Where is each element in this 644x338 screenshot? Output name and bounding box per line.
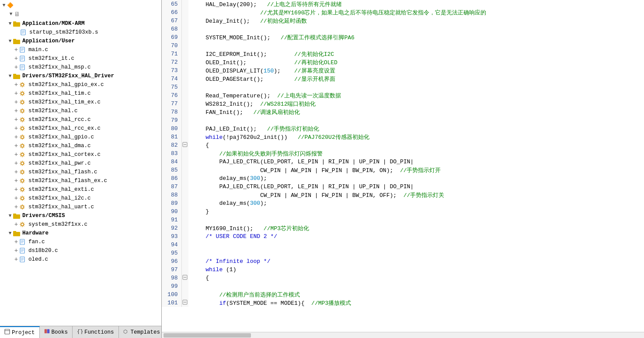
tree-item-fan_c[interactable]: +fan.c — [0, 238, 161, 246]
expander-ds18b20_c[interactable]: + — [13, 247, 19, 254]
expander-hal_exti[interactable]: + — [13, 186, 19, 193]
tree-item-system_stm32[interactable]: +system_stm32f1xx.c — [0, 220, 161, 229]
expander-app_user[interactable]: ▼ — [7, 38, 13, 44]
fold-67 — [181, 17, 188, 25]
tree-item-hal_gpio2[interactable]: +stm32f1xx_hal_gpio.c — [0, 133, 161, 141]
file-icon-startup — [20, 29, 28, 35]
tab-project[interactable]: Project — [0, 326, 40, 338]
tree-item-app_mdk[interactable]: ▼Application/MDK-ARM — [0, 19, 161, 28]
tree-item-hal_c[interactable]: +stm32f1xx_hal.c — [0, 107, 161, 115]
code-content-94 — [188, 241, 644, 249]
gear-icon-hal_tim_ex — [19, 99, 27, 105]
tree-root-child[interactable]: ▼ 🖥 — [0, 10, 161, 18]
gear-icon-hal_cortex — [19, 152, 27, 158]
expander-hal_pwr[interactable]: + — [13, 160, 19, 167]
expander-hal_flash_ex[interactable]: + — [13, 177, 19, 184]
code-segment: CW_PIN | AW_PIN | FW_PIN | BW_PIN, ON); — [192, 167, 400, 174]
folder-icon-drivers_hal — [13, 73, 21, 79]
expander-hal_rcc[interactable]: + — [13, 116, 19, 123]
expander-hal_uart[interactable]: + — [13, 203, 19, 210]
tree-item-hal_rcc_ex[interactable]: +stm32f1xx_hal_rcc_ex.c — [0, 124, 161, 133]
expander-stm32_msp[interactable]: + — [13, 64, 19, 71]
expander-hal_flash[interactable]: + — [13, 169, 19, 176]
project-tab-icon — [4, 329, 10, 336]
tree-item-hal_flash[interactable]: +stm32f1xx_hal_flash.c — [0, 168, 161, 176]
expander-hal_rcc_ex[interactable]: + — [13, 125, 19, 132]
tree-item-hal_flash_ex[interactable]: +stm32f1xx_hal_flash_ex.c — [0, 176, 161, 185]
tree-item-hal_gpio[interactable]: +stm32f1xx_hal_gpio_ex.c — [0, 80, 161, 89]
root-child-expander[interactable]: ▼ — [8, 11, 14, 17]
expander-hal_i2c[interactable]: + — [13, 195, 19, 202]
svg-text:{}: {} — [77, 329, 83, 334]
horizontal-scrollbar[interactable] — [162, 332, 644, 338]
tree-item-hal_i2c[interactable]: +stm32f1xx_hal_i2c.c — [0, 194, 161, 203]
expander-oled_c[interactable]: + — [13, 256, 19, 263]
tree-item-drivers_cmsis[interactable]: ▼Drivers/CMSIS — [0, 211, 161, 220]
tree-item-hal_exti[interactable]: +stm32f1xx_hal_exti.c — [0, 185, 161, 194]
expander-system_stm32[interactable]: + — [13, 221, 19, 228]
tree-item-main_c[interactable]: +main.c — [0, 45, 161, 54]
tab-books[interactable]: Books — [40, 326, 73, 338]
expander-main_c[interactable]: + — [13, 46, 19, 53]
code-content-99 — [188, 282, 644, 290]
expander-drivers_cmsis[interactable]: ▼ — [7, 213, 13, 218]
tree-item-app_user[interactable]: ▼Application/User — [0, 37, 161, 45]
tree-item-stm32_it[interactable]: +stm32f1xx_it.c — [0, 54, 161, 63]
code-content-76: Read_Temperature(); //上电先读一次温度数据 — [188, 91, 644, 100]
line-num-95: 95 — [162, 249, 181, 257]
tree-item-hal_tim[interactable]: +stm32f1xx_hal_tim.c — [0, 89, 161, 98]
tree-item-stm32_msp[interactable]: +stm32f1xx_hal_msp.c — [0, 63, 161, 72]
expander-hal_tim_ex[interactable]: + — [13, 99, 19, 106]
expander-hal_cortex[interactable]: + — [13, 151, 19, 158]
code-line-70: 70 — [162, 41, 644, 50]
tree-area[interactable]: ▼ 🔶 ▼ 🖥 ▼Application/MDK-ARM startup_stm… — [0, 0, 161, 326]
root-expander[interactable]: ▼ — [1, 3, 7, 8]
line-num-99: 99 — [162, 282, 181, 290]
fold-98[interactable] — [181, 274, 188, 282]
fold-86 — [181, 174, 188, 183]
expander-app_mdk[interactable]: ▼ — [7, 21, 13, 26]
label-startup: startup_stm32f103xb.s — [29, 29, 98, 35]
expander-hal_dma[interactable]: + — [13, 142, 19, 149]
expander-hardware[interactable]: ▼ — [7, 231, 13, 236]
code-segment: //MP3芯片初始化 — [264, 225, 309, 232]
gear-icon-hal_uart — [19, 204, 27, 210]
fold-82[interactable] — [181, 141, 188, 149]
svg-point-28 — [21, 136, 24, 138]
h-scroll-thumb[interactable] — [164, 333, 251, 338]
svg-point-22 — [21, 83, 24, 86]
expander-stm32_it[interactable]: + — [13, 55, 19, 62]
fold-101[interactable] — [181, 299, 188, 307]
tree-item-ds18b20_c[interactable]: +ds18b20.c — [0, 246, 161, 255]
left-panel: ▼ 🔶 ▼ 🖥 ▼Application/MDK-ARM startup_stm… — [0, 0, 162, 338]
code-line-89: 89 delay_ms(300); — [162, 199, 644, 207]
tree-item-hal_rcc[interactable]: +stm32f1xx_hal_rcc.c — [0, 115, 161, 124]
tree-item-hal_pwr[interactable]: +stm32f1xx_hal_pwr.c — [0, 159, 161, 168]
svg-rect-12 — [20, 56, 24, 61]
expander-hal_c[interactable]: + — [13, 107, 19, 114]
tree-item-drivers_hal[interactable]: ▼Drivers/STM32F1xx_HAL_Driver — [0, 72, 161, 80]
tree-item-hal_uart[interactable]: +stm32f1xx_hal_uart.c — [0, 203, 161, 211]
gear-icon-hal_rcc_ex — [19, 125, 27, 131]
expander-drivers_hal[interactable]: ▼ — [7, 73, 13, 79]
tree-item-hal_dma[interactable]: +stm32f1xx_hal_dma.c — [0, 141, 161, 150]
expander-hal_gpio2[interactable]: + — [13, 134, 19, 141]
tree-items-area[interactable]: ▼Application/MDK-ARM startup_stm32f103xb… — [0, 18, 161, 265]
expander-fan_c[interactable]: + — [13, 238, 19, 245]
tree-item-startup[interactable]: startup_stm32f103xb.s — [0, 28, 161, 37]
expander-hal_gpio[interactable]: + — [13, 81, 19, 88]
gear-icon-hal_c — [19, 108, 27, 114]
tree-item-oled_c[interactable]: +oled.c — [0, 255, 161, 264]
tree-item-hardware[interactable]: ▼Hardware — [0, 229, 161, 238]
fold-80 — [181, 124, 188, 133]
svg-point-34 — [21, 188, 24, 191]
tree-item-hal_cortex[interactable]: +stm32f1xx_hal_cortex.c — [0, 150, 161, 159]
svg-point-30 — [21, 153, 24, 156]
tab-templates[interactable]: ⬡Templates — [119, 326, 162, 338]
tree-item-hal_tim_ex[interactable]: +stm32f1xx_hal_tim_ex.c — [0, 98, 161, 107]
expander-hal_tim[interactable]: + — [13, 90, 19, 97]
code-area[interactable]: 65 HAL_Delay(200); //上电之后等待所有元件就绪66 //尤其… — [162, 0, 644, 332]
tab-functions[interactable]: {}Functions — [73, 326, 119, 338]
line-num-93: 93 — [162, 232, 181, 241]
tree-root[interactable]: ▼ 🔶 — [0, 1, 161, 10]
